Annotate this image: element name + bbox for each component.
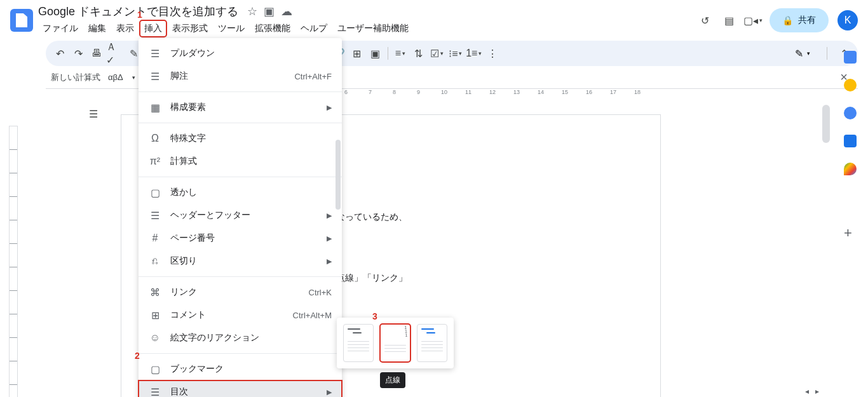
numbered-list-button[interactable]: 1≡▾ <box>465 44 483 62</box>
ruler-mark: 11 <box>465 89 471 95</box>
submenu-arrow-icon: ▶ <box>327 257 332 266</box>
ruler-mark: 18 <box>634 89 641 95</box>
menu-item-特殊文字[interactable]: Ω特殊文字 <box>139 127 342 150</box>
menu-item-label: ページ番号 <box>170 232 215 244</box>
add-icon[interactable]: + <box>844 225 857 238</box>
callout-1: 1 <box>137 10 142 20</box>
menu-item-label: 構成要素 <box>170 102 206 113</box>
menu-item-絵文字のリアクション[interactable]: ☺絵文字のリアクション <box>139 326 342 349</box>
title-icons: ☆ ▣ ☁ <box>247 4 292 18</box>
move-icon[interactable]: ▣ <box>264 4 275 18</box>
目次-icon: ☰ <box>149 386 161 398</box>
tasks-icon[interactable] <box>844 107 857 119</box>
ruler-mark: 15 <box>562 89 568 95</box>
menu-item-6[interactable]: 拡張機能 <box>250 20 295 37</box>
menu-separator <box>139 353 342 354</box>
ruler-mark: 8 <box>393 89 396 95</box>
menu-item-0[interactable]: ファイル <box>38 20 83 37</box>
keep-icon[interactable] <box>844 79 857 91</box>
menu-separator <box>139 123 342 123</box>
submenu-arrow-icon: ▶ <box>327 388 332 396</box>
new-equation-button[interactable]: 新しい計算式 <box>51 72 100 83</box>
insert-menu-dropdown: ☰プルダウン☰脚注Ctrl+Alt+F▦構成要素▶Ω特殊文字π²計算式▢透かし☰… <box>139 38 342 397</box>
bulleted-list-button[interactable]: ⁝≡▾ <box>447 44 465 62</box>
menu-item-目次[interactable]: ☰目次▶ <box>139 380 342 397</box>
menu-item-脚注[interactable]: ☰脚注Ctrl+Alt+F <box>139 65 342 88</box>
scrollbar-vertical[interactable] <box>822 86 830 391</box>
menu-item-label: 区切り <box>170 255 197 267</box>
menu-item-ヘッダーとフッター[interactable]: ☰ヘッダーとフッター▶ <box>139 204 342 227</box>
star-icon[interactable]: ☆ <box>247 4 257 18</box>
menu-item-7[interactable]: ヘルプ <box>296 20 332 37</box>
menu-item-1[interactable]: 編集 <box>84 20 111 37</box>
insert-comment-button[interactable]: ⊞ <box>348 44 366 62</box>
scroll-right-icon[interactable]: ▸ <box>812 387 822 394</box>
cloud-icon[interactable]: ☁ <box>281 4 292 18</box>
計算式-icon: π² <box>149 156 161 167</box>
header: Google ドキュメントで目次を追加する ☆ ▣ ☁ ファイル編集表示挿入表示… <box>0 0 868 41</box>
contacts-icon[interactable] <box>844 135 857 147</box>
comments-icon[interactable]: ▤ <box>721 13 736 28</box>
editing-mode-button[interactable]: ✎▾ <box>786 44 819 62</box>
menu-item-構成要素[interactable]: ▦構成要素▶ <box>139 96 342 119</box>
toc-option-plain[interactable] <box>343 324 374 362</box>
more-button[interactable]: ⋮ <box>484 44 501 62</box>
toc-option-links[interactable] <box>417 324 447 362</box>
calendar-icon[interactable] <box>844 51 857 64</box>
ruler-mark: 13 <box>513 89 520 95</box>
menu-item-shortcut: Ctrl+Alt+M <box>293 311 332 320</box>
redo-button[interactable]: ↷ <box>69 44 87 62</box>
menu-item-透かし[interactable]: ▢透かし <box>139 181 342 204</box>
menu-item-label: リンク <box>170 286 197 298</box>
share-label: 共有 <box>798 15 816 26</box>
scroll-left-icon[interactable]: ◂ <box>802 387 812 394</box>
side-panel: + <box>832 41 868 396</box>
align-button[interactable]: ≡▾ <box>391 44 409 62</box>
insert-image-button[interactable]: ▣ <box>367 44 384 62</box>
menu-item-label: 計算式 <box>170 156 197 167</box>
menu-item-8[interactable]: ユーザー補助機能 <box>333 20 413 37</box>
header-right: ↺ ▤ ▢◂▾ 🔒 共有 K <box>697 8 858 32</box>
menu-item-ブックマーク[interactable]: ▢ブックマーク <box>139 358 342 380</box>
ruler-mark: 6 <box>344 89 348 95</box>
menu-item-label: 絵文字のリアクション <box>170 332 259 344</box>
print-button[interactable]: 🖶 <box>88 44 105 62</box>
menu-item-4[interactable]: 表示形式 <box>168 20 212 37</box>
menu-item-3[interactable]: 挿入 <box>140 20 166 37</box>
menu-item-label: 脚注 <box>170 71 188 82</box>
コメント-icon: ⊞ <box>149 309 161 321</box>
toc-submenu <box>337 318 454 368</box>
checklist-button[interactable]: ☑▾ <box>428 44 446 62</box>
toc-option-dotted[interactable] <box>380 324 410 362</box>
menu-item-label: 特殊文字 <box>170 133 206 144</box>
menu-item-区切り[interactable]: ⎌区切り▶ <box>139 250 342 273</box>
undo-button[interactable]: ↶ <box>51 44 69 62</box>
menu-item-label: ヘッダーとフッター <box>170 210 250 221</box>
menu-item-5[interactable]: ツール <box>214 20 249 37</box>
menu-item-ページ番号[interactable]: #ページ番号▶ <box>139 227 342 250</box>
outline-icon[interactable]: ☰ <box>89 108 102 121</box>
特殊文字-icon: Ω <box>149 133 161 144</box>
menu-item-リンク[interactable]: ⌘リンクCtrl+K <box>139 281 342 304</box>
callout-3: 3 <box>372 311 377 321</box>
line-spacing-button[interactable]: ⇅ <box>410 44 428 62</box>
share-button[interactable]: 🔒 共有 <box>770 8 829 32</box>
menu-item-label: コメント <box>170 309 206 321</box>
menu-item-プルダウン[interactable]: ☰プルダウン <box>139 42 342 65</box>
menu-item-コメント[interactable]: ⊞コメントCtrl+Alt+M <box>139 304 342 326</box>
ページ番号-icon: # <box>149 232 161 244</box>
ruler-vertical[interactable] <box>9 126 18 397</box>
ruler-mark: 16 <box>586 89 592 95</box>
menu-item-計算式[interactable]: π²計算式 <box>139 150 342 173</box>
docs-logo-icon[interactable] <box>10 9 33 32</box>
history-icon[interactable]: ↺ <box>697 13 712 28</box>
構成要素-icon: ▦ <box>149 102 161 114</box>
submenu-arrow-icon: ▶ <box>327 212 332 220</box>
menu-item-2[interactable]: 表示 <box>112 20 139 37</box>
avatar[interactable]: K <box>837 10 858 30</box>
meet-icon[interactable]: ▢◂▾ <box>745 13 761 28</box>
eq-greek-button[interactable]: αβΔ <box>108 72 123 82</box>
maps-icon[interactable] <box>844 163 857 175</box>
spellcheck-button[interactable]: Ａ✓ <box>106 44 124 62</box>
ruler-mark: 7 <box>369 89 372 95</box>
